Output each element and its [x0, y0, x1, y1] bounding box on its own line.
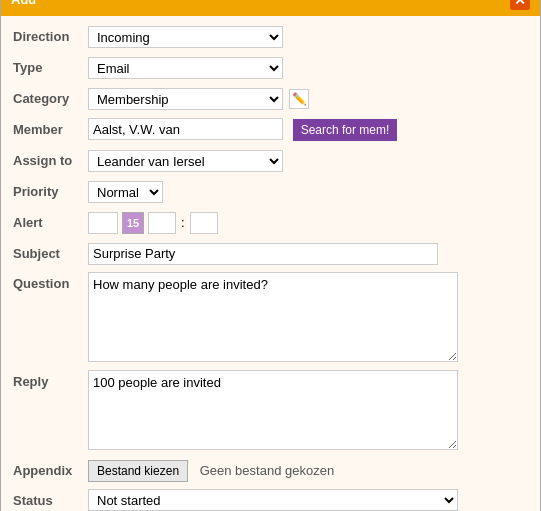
status-select[interactable]: Not started Attended to Completed — [88, 489, 458, 511]
direction-label: Direction — [13, 29, 88, 44]
status-select-wrapper: Not started Attended to Completed Not st… — [88, 489, 458, 511]
subject-input[interactable] — [88, 243, 438, 265]
dialog-header: Add ✕ — [1, 0, 540, 16]
type-select[interactable]: Email Phone — [88, 57, 283, 79]
subject-label: Subject — [13, 246, 88, 261]
alert-time-hour-input[interactable] — [148, 212, 176, 234]
type-label: Type — [13, 60, 88, 75]
priority-row: Priority Normal High Low — [13, 179, 528, 205]
alert-label: Alert — [13, 215, 88, 230]
question-textarea[interactable]: How many people are invited? — [88, 272, 458, 362]
alert-calendar-icon[interactable]: 15 — [122, 212, 144, 234]
member-input[interactable] — [88, 118, 283, 140]
alert-number-input[interactable] — [88, 212, 118, 234]
status-row: Status Not started Attended to Completed… — [13, 489, 528, 512]
priority-control: Normal High Low — [88, 181, 528, 203]
reply-control: 100 people are invited — [88, 370, 528, 453]
alert-control: 15 : — [88, 212, 528, 234]
dialog-title: Add — [11, 0, 36, 7]
member-control: Search for mem! — [88, 118, 528, 141]
alert-row: Alert 15 : — [13, 210, 528, 236]
direction-row: Direction Incoming Outgoing — [13, 24, 528, 50]
question-control: How many people are invited? — [88, 272, 528, 365]
reply-label: Reply — [13, 370, 88, 389]
member-row: Member Search for mem! — [13, 117, 528, 143]
subject-row: Subject — [13, 241, 528, 267]
category-label: Category — [13, 91, 88, 106]
direction-control: Incoming Outgoing — [88, 26, 528, 48]
reply-row: Reply 100 people are invited — [13, 370, 528, 453]
appendix-control: Bestand kiezen Geen bestand gekozen — [88, 460, 528, 482]
alert-time-minute-input[interactable] — [190, 212, 218, 234]
question-row: Question How many people are invited? — [13, 272, 528, 365]
category-row: Category Membership General ✏️ — [13, 86, 528, 112]
question-label: Question — [13, 272, 88, 291]
add-dialog: Add ✕ Direction Incoming Outgoing Type E… — [0, 0, 541, 511]
assignto-control: Leander van Iersel Admin — [88, 150, 528, 172]
priority-select[interactable]: Normal High Low — [88, 181, 163, 203]
assignto-row: Assign to Leander van Iersel Admin — [13, 148, 528, 174]
category-control: Membership General ✏️ — [88, 88, 528, 110]
close-button[interactable]: ✕ — [510, 0, 530, 10]
dialog-body: Direction Incoming Outgoing Type Email P… — [1, 16, 540, 512]
choose-file-button[interactable]: Bestand kiezen — [88, 460, 188, 482]
file-name-label: Geen bestand gekozen — [200, 463, 334, 478]
alert-colon: : — [181, 215, 185, 230]
priority-label: Priority — [13, 184, 88, 199]
status-label: Status — [13, 489, 88, 508]
assignto-select[interactable]: Leander van Iersel Admin — [88, 150, 283, 172]
assignto-label: Assign to — [13, 153, 88, 168]
category-select[interactable]: Membership General — [88, 88, 283, 110]
type-control: Email Phone — [88, 57, 528, 79]
type-row: Type Email Phone — [13, 55, 528, 81]
edit-category-icon[interactable]: ✏️ — [289, 89, 309, 109]
appendix-row: Appendix Bestand kiezen Geen bestand gek… — [13, 458, 528, 484]
member-label: Member — [13, 122, 88, 137]
reply-textarea[interactable]: 100 people are invited — [88, 370, 458, 450]
subject-control — [88, 243, 528, 265]
status-control: Not started Attended to Completed Not st… — [88, 489, 528, 511]
search-member-button[interactable]: Search for mem! — [293, 119, 398, 141]
appendix-label: Appendix — [13, 463, 88, 478]
direction-select[interactable]: Incoming Outgoing — [88, 26, 283, 48]
